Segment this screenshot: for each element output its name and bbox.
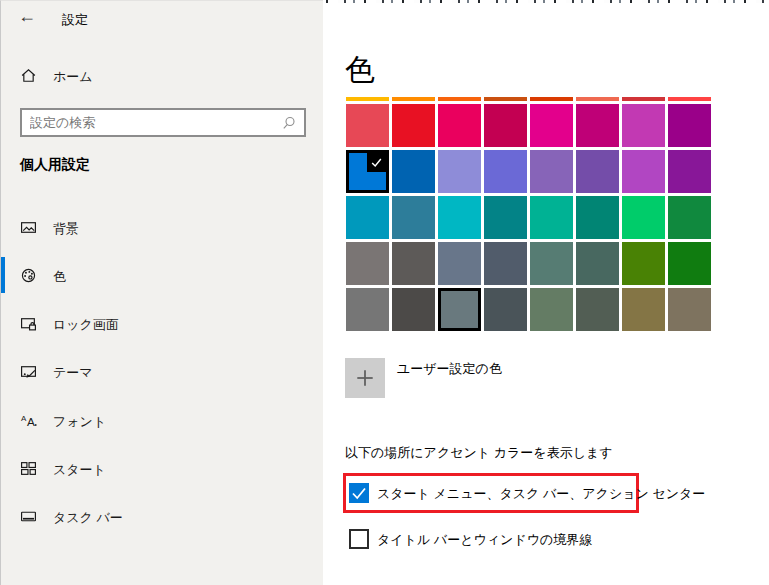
color-swatch[interactable] [530,242,573,285]
color-swatch[interactable] [346,97,389,101]
color-swatch[interactable] [438,242,481,285]
window-title: 設定 [62,11,88,29]
sidebar: ← 設定 ホーム 個人用設定 背景 [0,0,323,585]
back-button[interactable]: ← [18,7,36,25]
sidebar-item-background[interactable]: 背景 [1,207,324,247]
color-swatch[interactable] [576,196,619,239]
color-swatch[interactable] [484,97,527,101]
picture-icon [20,219,37,240]
taskbar-icon [20,508,37,529]
color-swatch[interactable] [484,288,527,331]
sidebar-item-label: タスク バー [53,509,123,527]
color-swatch[interactable] [530,196,573,239]
custom-color-button[interactable] [345,358,385,398]
start-tiles-icon [20,460,37,481]
color-swatch[interactable] [346,288,389,331]
color-swatch[interactable] [622,104,665,147]
color-swatch[interactable] [438,97,481,101]
color-swatch[interactable] [392,97,435,101]
color-swatch[interactable] [392,104,435,147]
color-swatch[interactable] [622,242,665,285]
sidebar-item-label: フォント [53,413,106,431]
svg-text:A: A [27,415,35,428]
color-swatch[interactable] [668,196,711,239]
color-swatch[interactable] [438,104,481,147]
palette-icon [20,267,37,288]
plus-icon [354,367,376,389]
sidebar-item-label: 背景 [53,220,79,238]
color-swatch[interactable] [484,104,527,147]
sidebar-item-label: テーマ [53,364,93,382]
color-swatch[interactable] [622,97,665,101]
color-swatch[interactable] [530,288,573,331]
sidebar-item-label: スタート [53,461,106,479]
fonts-icon: A A [20,412,37,433]
checkbox-title-bars-window-borders[interactable] [349,529,369,549]
color-swatch[interactable] [484,150,527,193]
checkmark-icon [349,483,369,503]
checkbox-label: スタート メニュー、タスク バー、アクション センター [377,485,705,503]
color-swatch[interactable] [622,288,665,331]
settings-window: ← 設定 ホーム 個人用設定 背景 [0,0,769,585]
sidebar-item-themes[interactable]: テーマ [1,351,324,391]
color-swatch[interactable] [576,104,619,147]
accent-color-grid [346,97,711,331]
color-swatch[interactable] [484,242,527,285]
top-crop-artifact [300,0,769,3]
color-swatch[interactable] [530,97,573,101]
search-icon[interactable] [280,115,297,132]
color-swatch[interactable] [668,242,711,285]
color-swatch[interactable] [668,104,711,147]
color-swatch[interactable] [346,242,389,285]
color-swatch[interactable] [622,150,665,193]
color-swatch[interactable] [392,150,435,193]
sidebar-item-taskbar[interactable]: タスク バー [1,496,324,536]
color-swatch[interactable] [576,242,619,285]
color-swatch[interactable] [576,97,619,101]
lock-screen-icon [20,315,37,336]
sidebar-section-title: 個人用設定 [20,156,90,174]
color-swatch[interactable] [438,196,481,239]
color-swatch[interactable] [576,150,619,193]
color-swatch[interactable] [346,104,389,147]
color-swatch[interactable] [392,242,435,285]
color-swatch[interactable] [530,150,573,193]
selected-check-icon [367,153,386,172]
color-swatch[interactable] [576,288,619,331]
checkbox-start-menu-taskbar-action-center[interactable] [349,483,369,503]
page-title: 色 [345,54,375,86]
sidebar-item-start[interactable]: スタート [1,448,324,488]
color-swatch[interactable] [392,196,435,239]
color-swatch[interactable] [484,196,527,239]
color-swatch[interactable] [622,196,665,239]
color-swatch[interactable] [346,196,389,239]
custom-color-label: ユーザー設定の色 [397,360,502,378]
sidebar-item-label: ロック画面 [53,316,119,334]
color-swatch[interactable] [438,150,481,193]
color-swatch[interactable] [668,150,711,193]
sidebar-item-label: ホーム [53,68,93,86]
checkbox-label: タイトル バーとウィンドウの境界線 [377,531,592,549]
color-swatch[interactable] [346,150,389,193]
color-swatch[interactable] [668,97,711,101]
sidebar-item-colors[interactable]: 色 [1,255,324,295]
sidebar-item-label: 色 [53,268,66,286]
accent-surfaces-heading: 以下の場所にアクセント カラーを表示します [345,444,613,462]
theme-icon [20,363,37,384]
search-box [20,108,306,137]
color-swatch[interactable] [530,104,573,147]
color-swatch[interactable] [438,288,481,331]
sidebar-item-lock-screen[interactable]: ロック画面 [1,303,324,343]
color-swatch[interactable] [668,288,711,331]
selected-indicator [1,257,5,293]
sidebar-item-home[interactable]: ホーム [1,63,324,89]
color-swatch[interactable] [392,288,435,331]
sidebar-item-fonts[interactable]: A A フォント [1,400,324,440]
home-icon [20,67,37,88]
search-input[interactable] [28,111,272,134]
